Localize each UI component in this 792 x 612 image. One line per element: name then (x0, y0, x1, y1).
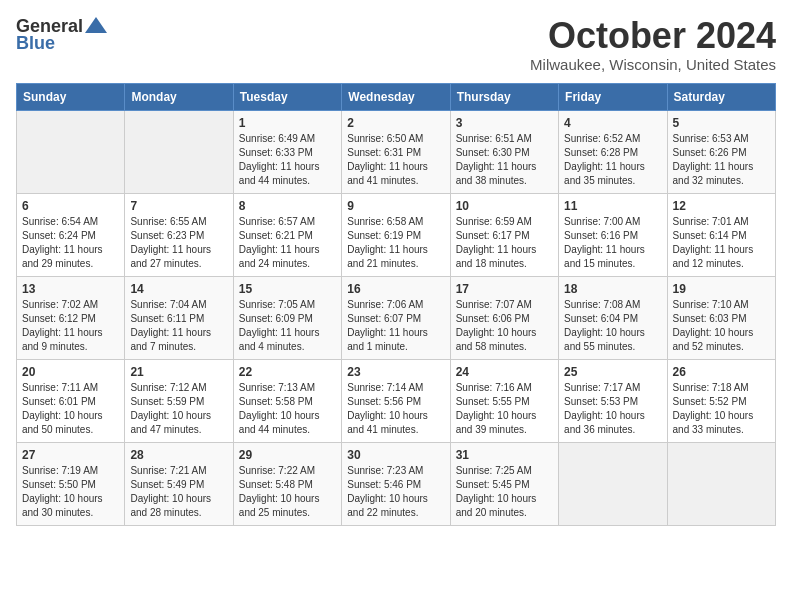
page-header: General Blue October 2024 Milwaukee, Wis… (16, 16, 776, 73)
day-detail: Sunrise: 7:00 AM Sunset: 6:16 PM Dayligh… (564, 215, 661, 271)
calendar-header-tuesday: Tuesday (233, 83, 341, 110)
day-detail: Sunrise: 6:52 AM Sunset: 6:28 PM Dayligh… (564, 132, 661, 188)
calendar-cell: 19Sunrise: 7:10 AM Sunset: 6:03 PM Dayli… (667, 276, 775, 359)
calendar-cell: 16Sunrise: 7:06 AM Sunset: 6:07 PM Dayli… (342, 276, 450, 359)
day-detail: Sunrise: 7:21 AM Sunset: 5:49 PM Dayligh… (130, 464, 227, 520)
day-number: 17 (456, 282, 553, 296)
calendar-cell: 21Sunrise: 7:12 AM Sunset: 5:59 PM Dayli… (125, 359, 233, 442)
calendar-cell: 14Sunrise: 7:04 AM Sunset: 6:11 PM Dayli… (125, 276, 233, 359)
day-detail: Sunrise: 7:10 AM Sunset: 6:03 PM Dayligh… (673, 298, 770, 354)
calendar-cell: 3Sunrise: 6:51 AM Sunset: 6:30 PM Daylig… (450, 110, 558, 193)
day-detail: Sunrise: 6:51 AM Sunset: 6:30 PM Dayligh… (456, 132, 553, 188)
calendar-week-row: 27Sunrise: 7:19 AM Sunset: 5:50 PM Dayli… (17, 442, 776, 525)
calendar-cell: 15Sunrise: 7:05 AM Sunset: 6:09 PM Dayli… (233, 276, 341, 359)
logo-blue: Blue (16, 33, 55, 54)
day-detail: Sunrise: 7:17 AM Sunset: 5:53 PM Dayligh… (564, 381, 661, 437)
day-detail: Sunrise: 7:13 AM Sunset: 5:58 PM Dayligh… (239, 381, 336, 437)
day-number: 16 (347, 282, 444, 296)
day-detail: Sunrise: 7:11 AM Sunset: 6:01 PM Dayligh… (22, 381, 119, 437)
day-detail: Sunrise: 7:01 AM Sunset: 6:14 PM Dayligh… (673, 215, 770, 271)
day-number: 3 (456, 116, 553, 130)
calendar-cell (125, 110, 233, 193)
calendar-cell: 25Sunrise: 7:17 AM Sunset: 5:53 PM Dayli… (559, 359, 667, 442)
day-number: 13 (22, 282, 119, 296)
calendar-cell: 6Sunrise: 6:54 AM Sunset: 6:24 PM Daylig… (17, 193, 125, 276)
day-detail: Sunrise: 7:22 AM Sunset: 5:48 PM Dayligh… (239, 464, 336, 520)
day-number: 14 (130, 282, 227, 296)
month-title: October 2024 (530, 16, 776, 56)
svg-marker-0 (85, 17, 107, 33)
day-detail: Sunrise: 7:16 AM Sunset: 5:55 PM Dayligh… (456, 381, 553, 437)
calendar-header-monday: Monday (125, 83, 233, 110)
calendar-cell: 22Sunrise: 7:13 AM Sunset: 5:58 PM Dayli… (233, 359, 341, 442)
day-detail: Sunrise: 6:53 AM Sunset: 6:26 PM Dayligh… (673, 132, 770, 188)
day-detail: Sunrise: 7:06 AM Sunset: 6:07 PM Dayligh… (347, 298, 444, 354)
day-number: 27 (22, 448, 119, 462)
logo-icon (85, 17, 107, 33)
day-number: 15 (239, 282, 336, 296)
calendar-cell: 10Sunrise: 6:59 AM Sunset: 6:17 PM Dayli… (450, 193, 558, 276)
calendar-week-row: 6Sunrise: 6:54 AM Sunset: 6:24 PM Daylig… (17, 193, 776, 276)
calendar-cell: 20Sunrise: 7:11 AM Sunset: 6:01 PM Dayli… (17, 359, 125, 442)
day-number: 6 (22, 199, 119, 213)
day-detail: Sunrise: 6:54 AM Sunset: 6:24 PM Dayligh… (22, 215, 119, 271)
day-number: 24 (456, 365, 553, 379)
calendar-cell: 26Sunrise: 7:18 AM Sunset: 5:52 PM Dayli… (667, 359, 775, 442)
day-number: 30 (347, 448, 444, 462)
calendar-header-saturday: Saturday (667, 83, 775, 110)
day-detail: Sunrise: 6:57 AM Sunset: 6:21 PM Dayligh… (239, 215, 336, 271)
day-number: 21 (130, 365, 227, 379)
day-number: 28 (130, 448, 227, 462)
day-detail: Sunrise: 7:12 AM Sunset: 5:59 PM Dayligh… (130, 381, 227, 437)
day-number: 9 (347, 199, 444, 213)
day-number: 31 (456, 448, 553, 462)
calendar-cell: 8Sunrise: 6:57 AM Sunset: 6:21 PM Daylig… (233, 193, 341, 276)
day-number: 4 (564, 116, 661, 130)
day-detail: Sunrise: 7:14 AM Sunset: 5:56 PM Dayligh… (347, 381, 444, 437)
day-number: 20 (22, 365, 119, 379)
title-area: October 2024 Milwaukee, Wisconsin, Unite… (530, 16, 776, 73)
calendar-cell: 11Sunrise: 7:00 AM Sunset: 6:16 PM Dayli… (559, 193, 667, 276)
calendar-header-sunday: Sunday (17, 83, 125, 110)
calendar-header-row: SundayMondayTuesdayWednesdayThursdayFrid… (17, 83, 776, 110)
day-number: 2 (347, 116, 444, 130)
calendar-cell: 4Sunrise: 6:52 AM Sunset: 6:28 PM Daylig… (559, 110, 667, 193)
calendar-cell: 17Sunrise: 7:07 AM Sunset: 6:06 PM Dayli… (450, 276, 558, 359)
calendar-header-thursday: Thursday (450, 83, 558, 110)
calendar-header-wednesday: Wednesday (342, 83, 450, 110)
day-detail: Sunrise: 7:08 AM Sunset: 6:04 PM Dayligh… (564, 298, 661, 354)
day-detail: Sunrise: 7:18 AM Sunset: 5:52 PM Dayligh… (673, 381, 770, 437)
calendar-cell: 13Sunrise: 7:02 AM Sunset: 6:12 PM Dayli… (17, 276, 125, 359)
calendar-cell: 9Sunrise: 6:58 AM Sunset: 6:19 PM Daylig… (342, 193, 450, 276)
day-number: 1 (239, 116, 336, 130)
day-number: 11 (564, 199, 661, 213)
calendar-cell (559, 442, 667, 525)
calendar-week-row: 20Sunrise: 7:11 AM Sunset: 6:01 PM Dayli… (17, 359, 776, 442)
calendar-week-row: 1Sunrise: 6:49 AM Sunset: 6:33 PM Daylig… (17, 110, 776, 193)
calendar-cell: 24Sunrise: 7:16 AM Sunset: 5:55 PM Dayli… (450, 359, 558, 442)
day-number: 19 (673, 282, 770, 296)
day-detail: Sunrise: 7:19 AM Sunset: 5:50 PM Dayligh… (22, 464, 119, 520)
day-number: 25 (564, 365, 661, 379)
day-detail: Sunrise: 7:25 AM Sunset: 5:45 PM Dayligh… (456, 464, 553, 520)
calendar-cell: 28Sunrise: 7:21 AM Sunset: 5:49 PM Dayli… (125, 442, 233, 525)
day-detail: Sunrise: 6:59 AM Sunset: 6:17 PM Dayligh… (456, 215, 553, 271)
location-title: Milwaukee, Wisconsin, United States (530, 56, 776, 73)
calendar-table: SundayMondayTuesdayWednesdayThursdayFrid… (16, 83, 776, 526)
day-number: 29 (239, 448, 336, 462)
calendar-week-row: 13Sunrise: 7:02 AM Sunset: 6:12 PM Dayli… (17, 276, 776, 359)
day-detail: Sunrise: 7:23 AM Sunset: 5:46 PM Dayligh… (347, 464, 444, 520)
logo: General Blue (16, 16, 107, 54)
calendar-cell: 18Sunrise: 7:08 AM Sunset: 6:04 PM Dayli… (559, 276, 667, 359)
day-detail: Sunrise: 7:05 AM Sunset: 6:09 PM Dayligh… (239, 298, 336, 354)
calendar-cell: 1Sunrise: 6:49 AM Sunset: 6:33 PM Daylig… (233, 110, 341, 193)
day-number: 18 (564, 282, 661, 296)
calendar-cell: 29Sunrise: 7:22 AM Sunset: 5:48 PM Dayli… (233, 442, 341, 525)
day-number: 8 (239, 199, 336, 213)
calendar-cell (667, 442, 775, 525)
day-detail: Sunrise: 6:49 AM Sunset: 6:33 PM Dayligh… (239, 132, 336, 188)
day-number: 10 (456, 199, 553, 213)
day-detail: Sunrise: 6:55 AM Sunset: 6:23 PM Dayligh… (130, 215, 227, 271)
day-detail: Sunrise: 6:58 AM Sunset: 6:19 PM Dayligh… (347, 215, 444, 271)
day-detail: Sunrise: 6:50 AM Sunset: 6:31 PM Dayligh… (347, 132, 444, 188)
